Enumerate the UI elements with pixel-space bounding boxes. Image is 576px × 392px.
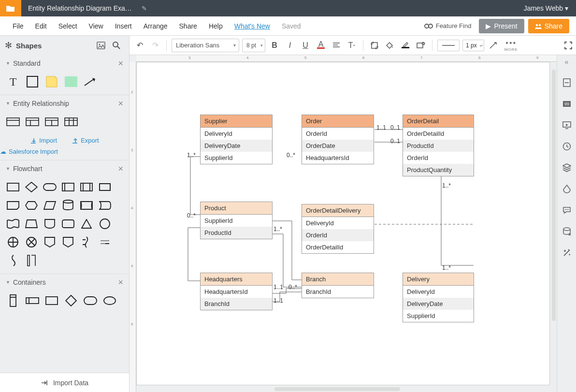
fc-4[interactable]: [61, 180, 75, 194]
canvas[interactable]: Supplier DeliveryId DeliveryDate Supplie…: [136, 62, 550, 385]
close-icon[interactable]: ×: [118, 164, 123, 174]
close-icon[interactable]: ×: [118, 58, 123, 69]
ct-2[interactable]: [25, 293, 40, 308]
text-shape[interactable]: T: [6, 74, 20, 89]
menu-edit[interactable]: Edit: [29, 22, 53, 30]
fc-17[interactable]: [79, 217, 94, 231]
entity-hq[interactable]: Headquarters HeadquartersId BranchId: [200, 273, 273, 310]
dock-collapse-icon[interactable]: «: [565, 58, 569, 67]
cat-er-header[interactable]: ▼Entity Relationship×: [0, 95, 129, 112]
er-import[interactable]: Import: [30, 137, 57, 144]
er-shape-1[interactable]: [6, 115, 20, 129]
menu-select[interactable]: Select: [53, 22, 83, 30]
er-export[interactable]: Export: [72, 137, 99, 144]
dock-theme-icon[interactable]: [562, 184, 572, 194]
fc-23[interactable]: [79, 235, 94, 249]
entity-orderdetail[interactable]: OrderDetail OrderDetailId ProductId Orde…: [403, 115, 474, 176]
text-color-icon[interactable]: A: [315, 39, 327, 52]
fc-7[interactable]: [6, 198, 20, 213]
present-button[interactable]: ▶ Present: [479, 19, 524, 33]
entity-supplier[interactable]: Supplier DeliveryId DeliveryDate Supplie…: [200, 115, 273, 164]
align-icon[interactable]: [330, 39, 343, 52]
fc-21[interactable]: [43, 235, 57, 249]
fc-3[interactable]: [43, 180, 57, 194]
dock-magic-icon[interactable]: [562, 247, 572, 258]
cat-standard-header[interactable]: ▼Standard×: [0, 55, 129, 72]
er-shape-3[interactable]: [44, 115, 59, 129]
fc-16[interactable]: [61, 217, 75, 231]
fc-2[interactable]: [24, 180, 39, 194]
fc-10[interactable]: [61, 198, 75, 213]
rect-shape[interactable]: [25, 74, 40, 89]
crop-icon[interactable]: [368, 39, 381, 52]
shape-options-icon[interactable]: [415, 39, 427, 52]
dock-data-icon[interactable]: [562, 226, 572, 237]
fc-8[interactable]: [24, 198, 39, 213]
sf-import[interactable]: ☁ Salesforce Import: [0, 148, 129, 155]
block-shape[interactable]: [64, 74, 78, 89]
line-width-select[interactable]: 1 px▴▾: [462, 40, 484, 51]
dock-present-icon[interactable]: [562, 120, 572, 131]
fc-9[interactable]: [43, 198, 57, 213]
ct-1[interactable]: [6, 293, 20, 308]
feature-find[interactable]: Feature Find: [424, 22, 472, 29]
fc-12[interactable]: [98, 198, 112, 213]
more-button[interactable]: •••MORE: [504, 39, 518, 52]
fc-15[interactable]: [43, 217, 57, 231]
redo-icon[interactable]: ↷: [149, 39, 161, 52]
border-color-icon[interactable]: [399, 39, 412, 52]
user-menu[interactable]: James Webb ▾: [516, 4, 576, 12]
fill-icon[interactable]: [384, 39, 396, 52]
dock-history-icon[interactable]: [562, 141, 572, 152]
arrow-shape[interactable]: [83, 74, 98, 89]
image-icon[interactable]: [93, 38, 109, 53]
dock-chat-icon[interactable]: [562, 205, 572, 216]
er-shape-4[interactable]: [64, 115, 78, 129]
menu-arrange[interactable]: Arrange: [138, 22, 173, 30]
import-data-button[interactable]: Import Data: [0, 373, 129, 392]
entity-branch[interactable]: Branch BranchId: [302, 273, 374, 298]
gear-icon[interactable]: ✻: [5, 40, 12, 51]
entity-product[interactable]: Product SupplierId ProductId: [200, 202, 273, 239]
ct-6[interactable]: [102, 293, 117, 308]
ct-3[interactable]: [44, 293, 59, 308]
font-select[interactable]: Liberation Sans: [172, 39, 239, 52]
entity-order[interactable]: Order OrderId OrderDate HeadquartersId: [302, 115, 374, 164]
fc-20[interactable]: [24, 235, 39, 249]
fc-26[interactable]: [24, 253, 39, 268]
fc-18[interactable]: [98, 217, 112, 231]
close-icon[interactable]: ×: [118, 277, 123, 288]
line-style-select[interactable]: [437, 40, 460, 51]
fc-11[interactable]: [79, 198, 94, 213]
ct-4[interactable]: [64, 293, 78, 308]
cat-flowchart-header[interactable]: ▼Flowchart×: [0, 160, 129, 177]
doc-title[interactable]: Entity Relationship Diagram Exa…: [21, 4, 139, 12]
fc-25[interactable]: [6, 253, 20, 268]
line-type-icon[interactable]: [487, 39, 500, 52]
scrollbar-vertical[interactable]: [552, 70, 556, 321]
fullscreen-icon[interactable]: [564, 42, 572, 49]
clear-format-icon[interactable]: T×: [346, 39, 358, 52]
close-icon[interactable]: ×: [118, 99, 123, 109]
menu-share[interactable]: Share: [173, 22, 203, 30]
folder-icon[interactable]: [0, 0, 21, 16]
scrollbar-horizontal[interactable]: [274, 387, 400, 391]
note-shape[interactable]: [44, 74, 59, 89]
dock-layers-icon[interactable]: [562, 162, 572, 173]
fc-5[interactable]: [79, 180, 94, 194]
fc-19[interactable]: [6, 235, 20, 249]
font-size-select[interactable]: 8 pt: [242, 39, 265, 52]
canvas-area[interactable]: 3456789 23456 Supplier DeliveryI: [130, 55, 557, 392]
cat-containers-header[interactable]: ▼Containers×: [0, 274, 129, 290]
menu-insert[interactable]: Insert: [109, 22, 138, 30]
undo-icon[interactable]: ↶: [133, 39, 146, 52]
share-button[interactable]: Share: [528, 19, 569, 33]
ct-5[interactable]: [83, 293, 98, 308]
menu-file[interactable]: File: [7, 22, 29, 30]
fc-24[interactable]: [98, 235, 112, 249]
menu-view[interactable]: View: [83, 22, 109, 30]
fc-6[interactable]: [98, 180, 112, 194]
fc-22[interactable]: [61, 235, 75, 249]
bold-icon[interactable]: B: [268, 39, 281, 52]
fc-1[interactable]: [6, 180, 20, 194]
